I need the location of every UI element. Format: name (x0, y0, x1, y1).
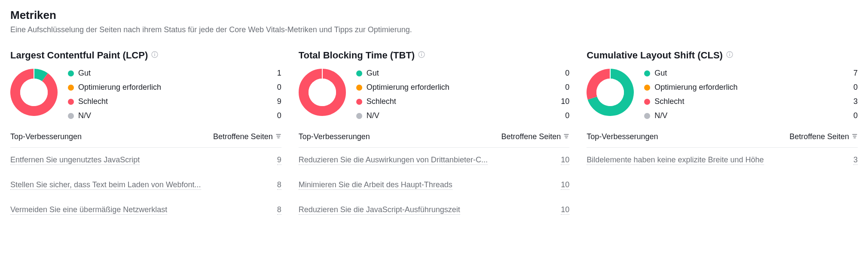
legend-value: 0 (847, 111, 858, 120)
donut-chart (10, 69, 58, 118)
improvement-count[interactable]: 10 (561, 180, 569, 190)
legend: Gut0Optimierung erforderlich0Schlecht10N… (356, 69, 570, 120)
legend-value: 0 (847, 83, 858, 92)
improvement-link[interactable]: Vermeiden Sie eine übermäßige Netzwerkla… (10, 205, 167, 215)
metric-title: Cumulative Layout Shift (CLS) (587, 50, 723, 61)
improvement-link[interactable]: Minimieren Sie die Arbeit des Haupt-Thre… (299, 180, 452, 190)
legend-dot-icon (68, 85, 74, 91)
legend-dot-icon (644, 70, 650, 76)
improvements-header-label: Top-Verbesserungen (299, 132, 370, 141)
affected-pages-header[interactable]: Betroffene Seiten (501, 132, 570, 141)
legend-value: 1 (271, 69, 281, 78)
legend-value: 0 (559, 111, 569, 120)
affected-pages-label: Betroffene Seiten (213, 132, 273, 141)
improvement-count[interactable]: 8 (277, 180, 281, 190)
improvements-table-header: Top-VerbesserungenBetroffene Seiten (587, 132, 858, 148)
improvements-table-header: Top-VerbesserungenBetroffene Seiten (10, 132, 281, 148)
affected-pages-header[interactable]: Betroffene Seiten (789, 132, 858, 141)
legend-row-good: Gut1 (68, 69, 281, 78)
legend-value: 3 (847, 97, 858, 106)
metric-title: Total Blocking Time (TBT) (299, 50, 415, 61)
metric-header: Largest Contentful Paint (LCP) (10, 50, 281, 61)
legend-row-needs: Optimierung erforderlich0 (356, 83, 570, 92)
sort-icon (563, 132, 569, 141)
improvements-header-label: Top-Verbesserungen (587, 132, 658, 141)
metric-header: Total Blocking Time (TBT) (299, 50, 570, 61)
improvement-row: Entfernen Sie ungenutztes JavaScript9 (10, 148, 281, 173)
improvement-count[interactable]: 3 (853, 155, 858, 165)
legend-dot-icon (356, 99, 362, 105)
legend-value: 10 (559, 97, 569, 106)
legend-value: 0 (559, 83, 569, 92)
metrics-row: Largest Contentful Paint (LCP)Gut1Optimi… (10, 50, 858, 222)
metric-card: Total Blocking Time (TBT)Gut0Optimierung… (299, 50, 570, 222)
legend-label: Optimierung erforderlich (78, 83, 267, 92)
svg-point-10 (421, 53, 422, 54)
metric-summary: Gut1Optimierung erforderlich0Schlecht9N/… (10, 69, 281, 120)
metric-card: Cumulative Layout Shift (CLS)Gut7Optimie… (587, 50, 858, 222)
improvement-row: Vermeiden Sie eine übermäßige Netzwerkla… (10, 198, 281, 222)
svg-rect-18 (729, 54, 730, 56)
improvement-count[interactable]: 8 (277, 205, 281, 215)
svg-rect-20 (610, 69, 611, 79)
legend-row-bad: Schlecht10 (356, 97, 570, 106)
improvement-link[interactable]: Reduzieren Sie die JavaScript-Ausführung… (299, 205, 460, 215)
improvement-row: Reduzieren Sie die Auswirkungen von Drit… (299, 148, 570, 173)
donut-chart (299, 69, 346, 118)
legend-value: 7 (847, 69, 858, 78)
improvement-link[interactable]: Stellen Sie sicher, dass Text beim Laden… (10, 180, 201, 190)
svg-point-13 (309, 79, 336, 106)
improvement-count[interactable]: 10 (561, 205, 569, 215)
improvements-table-header: Top-VerbesserungenBetroffene Seiten (299, 132, 570, 148)
improvement-link[interactable]: Entfernen Sie ungenutztes JavaScript (10, 155, 140, 165)
metric-card: Largest Contentful Paint (LCP)Gut1Optimi… (10, 50, 281, 222)
legend-label: Schlecht (78, 97, 267, 106)
improvement-link[interactable]: Reduzieren Sie die Auswirkungen von Drit… (299, 155, 488, 165)
metric-header: Cumulative Layout Shift (CLS) (587, 50, 858, 61)
svg-rect-9 (421, 54, 422, 56)
legend-row-bad: Schlecht3 (644, 97, 858, 106)
affected-pages-label: Betroffene Seiten (789, 132, 849, 141)
info-icon[interactable] (151, 51, 158, 60)
legend-label: N/V (367, 111, 555, 120)
svg-point-4 (20, 79, 48, 106)
legend-value: 9 (271, 97, 281, 106)
svg-point-21 (596, 79, 624, 106)
svg-point-19 (729, 53, 730, 54)
legend-row-good: Gut7 (644, 69, 858, 78)
info-icon[interactable] (726, 51, 733, 60)
legend: Gut7Optimierung erforderlich0Schlecht3N/… (644, 69, 858, 120)
legend-dot-icon (644, 99, 650, 105)
page-subtitle: Eine Aufschlüsselung der Seiten nach ihr… (10, 25, 858, 34)
improvement-count[interactable]: 9 (277, 155, 281, 165)
legend-dot-icon (68, 70, 74, 76)
improvements-header-label: Top-Verbesserungen (10, 132, 82, 141)
legend-label: Gut (367, 69, 555, 78)
legend-row-nv: N/V0 (644, 111, 858, 120)
svg-point-2 (154, 53, 155, 54)
legend-value: 0 (559, 69, 569, 78)
legend-row-nv: N/V0 (68, 111, 281, 120)
legend-label: N/V (654, 111, 843, 120)
donut-chart (587, 69, 634, 118)
legend-row-bad: Schlecht9 (68, 97, 281, 106)
improvement-row: Minimieren Sie die Arbeit des Haupt-Thre… (299, 173, 570, 198)
legend-dot-icon (644, 85, 650, 91)
metric-title: Largest Contentful Paint (LCP) (10, 50, 148, 61)
legend-dot-icon (68, 99, 74, 105)
legend-label: Gut (654, 69, 843, 78)
legend-label: Schlecht (654, 97, 843, 106)
legend-label: N/V (78, 111, 267, 120)
legend-dot-icon (356, 113, 362, 119)
improvement-row: Stellen Sie sicher, dass Text beim Laden… (10, 173, 281, 198)
sort-icon (275, 132, 281, 141)
info-icon[interactable] (418, 51, 425, 60)
legend-row-needs: Optimierung erforderlich0 (68, 83, 281, 92)
improvement-link[interactable]: Bildelemente haben keine explizite Breit… (587, 155, 764, 165)
svg-rect-3 (34, 69, 34, 79)
affected-pages-header[interactable]: Betroffene Seiten (213, 132, 281, 141)
improvement-count[interactable]: 10 (561, 155, 569, 165)
legend-label: Optimierung erforderlich (367, 83, 555, 92)
legend-label: Gut (78, 69, 267, 78)
affected-pages-label: Betroffene Seiten (501, 132, 561, 141)
